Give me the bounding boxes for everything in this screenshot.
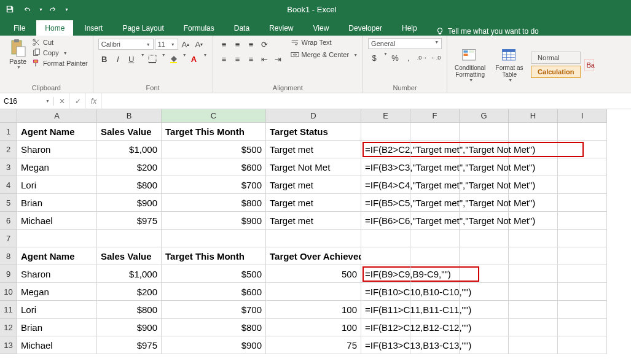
style-normal[interactable]: Normal: [531, 52, 581, 64]
style-bad[interactable]: Ba: [584, 59, 594, 71]
tab-review[interactable]: Review: [261, 20, 302, 36]
cell[interactable]: $200: [97, 283, 162, 301]
cell[interactable]: [361, 230, 410, 247]
cell[interactable]: =IF(B3>C3,"Target met","Target Not Met"): [361, 158, 410, 176]
cell[interactable]: Target This Month: [162, 247, 266, 265]
cell[interactable]: [410, 247, 460, 265]
cell[interactable]: $900: [97, 319, 162, 336]
cell[interactable]: =IF(B4>C4,"Target met","Target Not Met"): [361, 176, 410, 194]
grid[interactable]: ABCDEFGHI Agent NameSales ValueTarget Th…: [17, 109, 607, 354]
cell[interactable]: =IF(B13>C13,B13-C13,""): [361, 336, 410, 354]
cell[interactable]: $1,000: [97, 265, 162, 283]
cell[interactable]: [460, 230, 509, 247]
cell[interactable]: [558, 336, 607, 354]
tab-data[interactable]: Data: [225, 20, 258, 36]
cell[interactable]: $200: [97, 158, 162, 176]
percent-format-button[interactable]: %: [389, 52, 401, 64]
align-bottom-button[interactable]: ≡: [245, 38, 257, 50]
select-all-corner[interactable]: [0, 109, 17, 123]
comma-format-button[interactable]: ,: [402, 52, 415, 64]
cell[interactable]: [558, 176, 607, 194]
cell[interactable]: Brian: [17, 194, 97, 212]
style-calculation[interactable]: Calculation: [531, 66, 581, 78]
fx-button[interactable]: fx: [86, 93, 102, 109]
fill-color-button[interactable]: [167, 53, 179, 65]
cell[interactable]: =IF(B11>C11,B11-C11,""): [361, 301, 410, 319]
tab-developer[interactable]: Developer: [340, 20, 391, 36]
cell[interactable]: Target met: [266, 194, 361, 212]
font-size-select[interactable]: 11▼: [155, 39, 178, 50]
decrease-decimal-button[interactable]: ←.0: [429, 52, 442, 64]
cell[interactable]: =IF(B9>C9,B9-C9,""): [361, 265, 410, 283]
qat-customize[interactable]: ▼: [65, 7, 69, 12]
decrease-indent-button[interactable]: ⇤: [259, 53, 271, 65]
cell[interactable]: Sharon: [17, 141, 97, 158]
cell[interactable]: [509, 301, 558, 319]
cell[interactable]: $800: [97, 176, 162, 194]
underline-button[interactable]: U: [125, 53, 138, 65]
cell[interactable]: [558, 283, 607, 301]
cell[interactable]: [558, 230, 607, 247]
orientation-button[interactable]: ⟳: [259, 38, 271, 50]
cell[interactable]: [558, 141, 607, 158]
col-header-E[interactable]: E: [361, 109, 410, 123]
cell[interactable]: $900: [162, 336, 266, 354]
cell[interactable]: [266, 230, 361, 247]
cell[interactable]: $800: [97, 301, 162, 319]
font-color-button[interactable]: A: [188, 53, 200, 65]
bold-button[interactable]: B: [98, 53, 111, 65]
cell[interactable]: Megan: [17, 283, 97, 301]
border-button[interactable]: [146, 53, 159, 65]
cell[interactable]: =IF(B2>C2,"Target met","Target Not Met"): [361, 141, 410, 158]
cell[interactable]: Lori: [17, 176, 97, 194]
cell[interactable]: Sharon: [17, 265, 97, 283]
undo-dropdown[interactable]: ▼: [39, 7, 43, 12]
cell[interactable]: [509, 247, 558, 265]
cell[interactable]: Sales Value: [97, 123, 162, 141]
cell[interactable]: [558, 319, 607, 336]
cell[interactable]: Target Over Achieved: [266, 247, 361, 265]
decrease-font-button[interactable]: A▾: [193, 38, 205, 50]
cell[interactable]: Target Not Met: [266, 158, 361, 176]
row-header[interactable]: 13: [0, 336, 17, 354]
cell[interactable]: [509, 230, 558, 247]
tab-file[interactable]: File: [5, 20, 34, 36]
cell[interactable]: $500: [162, 265, 266, 283]
tab-home[interactable]: Home: [36, 20, 73, 36]
cell[interactable]: [558, 158, 607, 176]
increase-font-button[interactable]: A▴: [179, 38, 192, 50]
tab-view[interactable]: View: [305, 20, 338, 36]
font-name-select[interactable]: Calibri▼: [98, 39, 154, 50]
format-as-table-button[interactable]: Format as Table▼: [492, 47, 527, 82]
cell[interactable]: [558, 247, 607, 265]
save-button[interactable]: [2, 2, 17, 17]
cell[interactable]: Megan: [17, 158, 97, 176]
align-middle-button[interactable]: ≡: [232, 38, 244, 50]
undo-button[interactable]: [20, 2, 34, 17]
cell[interactable]: $1,000: [97, 141, 162, 158]
cell[interactable]: 75: [266, 336, 361, 354]
cell[interactable]: Agent Name: [17, 247, 97, 265]
cell[interactable]: [17, 230, 97, 247]
cell[interactable]: [361, 123, 410, 141]
tab-page-layout[interactable]: Page Layout: [114, 20, 172, 36]
cell[interactable]: Target met: [266, 212, 361, 230]
cell[interactable]: Agent Name: [17, 123, 97, 141]
cell[interactable]: [558, 212, 607, 230]
italic-button[interactable]: I: [112, 53, 124, 65]
cell[interactable]: [460, 123, 509, 141]
cell[interactable]: $975: [97, 212, 162, 230]
cell[interactable]: [509, 336, 558, 354]
tab-formulas[interactable]: Formulas: [175, 20, 223, 36]
cell[interactable]: Lori: [17, 301, 97, 319]
redo-button[interactable]: [45, 2, 60, 17]
cell[interactable]: $800: [162, 319, 266, 336]
increase-indent-button[interactable]: ⇥: [272, 53, 284, 65]
cell[interactable]: [558, 301, 607, 319]
cell[interactable]: 500: [266, 265, 361, 283]
col-header-G[interactable]: G: [460, 109, 509, 123]
row-header[interactable]: 7: [0, 230, 17, 247]
cell[interactable]: =IF(B10>C10,B10-C10,""): [361, 283, 410, 301]
conditional-formatting-button[interactable]: Conditional Formatting▼: [452, 47, 488, 82]
col-header-H[interactable]: H: [509, 109, 558, 123]
